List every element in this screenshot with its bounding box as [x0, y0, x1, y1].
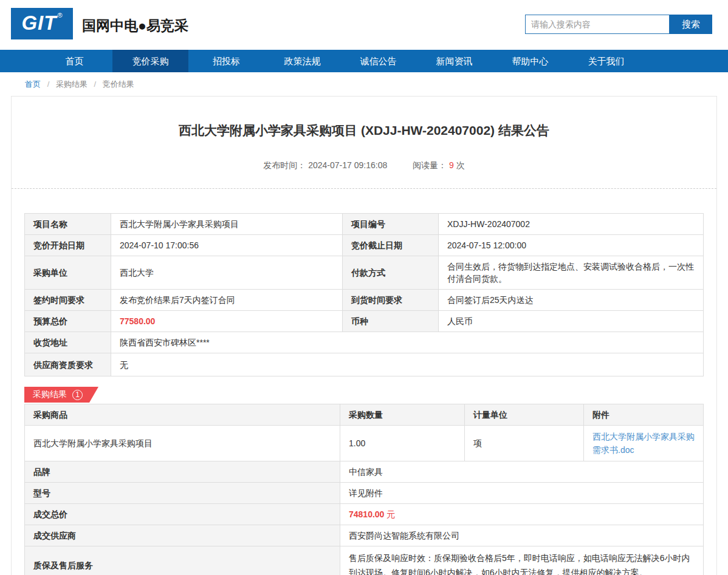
- project-number-value: XDJJ-HW-202407002: [439, 214, 704, 235]
- publish-time: 发布时间： 2024-07-17 09:16:08: [263, 160, 387, 171]
- delivery-time-value: 合同签订后25天内送达: [439, 290, 704, 311]
- page-title: 西北大学附属小学家具采购项目 (XDJJ-HW-202407002) 结果公告: [24, 122, 704, 139]
- project-number-label: 项目编号: [343, 214, 439, 235]
- view-count: 阅读量： 9 次: [413, 160, 465, 171]
- table-row: 品牌 中信家具: [25, 461, 704, 483]
- breadcrumb-separator: /: [47, 80, 50, 89]
- signing-time-label: 签约时间要求: [25, 290, 111, 311]
- table-row: 供应商资质要求 无: [25, 353, 704, 376]
- col-header-quantity: 采购数量: [340, 404, 465, 426]
- registered-trademark-icon: ®: [57, 12, 62, 19]
- table-row: 质保及售后服务 售后质保及响应时效：质保期验收合格后5年，即时电话响应，如电话响…: [25, 546, 704, 575]
- attachment-link[interactable]: 西北大学附属小学家具采购需求书.doc: [592, 432, 695, 455]
- delivery-address-value: 陕西省西安市碑林区****: [111, 332, 704, 353]
- deal-total-label: 成交总价: [25, 504, 340, 525]
- col-header-product: 采购商品: [25, 404, 340, 426]
- purchase-result-tag: 采购结果 1: [24, 387, 98, 403]
- nav-item-help-center[interactable]: 帮助中心: [492, 50, 568, 72]
- payment-method-label: 付款方式: [343, 256, 439, 290]
- table-row: 西北大学附属小学家具采购项目 1.00 项 西北大学附属小学家具采购需求书.do…: [25, 426, 704, 461]
- nav-item-tenders[interactable]: 招投标: [188, 50, 264, 72]
- table-row: 型号 详见附件: [25, 483, 704, 504]
- bid-start-value: 2024-07-10 17:00:56: [111, 235, 343, 256]
- table-row: 采购单位 西北大学 付款方式 合同生效后，待货物到达指定地点、安装调试验收合格后…: [25, 256, 704, 290]
- model-value: 详见附件: [340, 483, 704, 504]
- table-row: 收货地址 陕西省西安市碑林区****: [25, 332, 704, 353]
- view-count-value: 9: [449, 160, 454, 170]
- publish-time-label: 发布时间：: [263, 160, 306, 170]
- bid-deadline-value: 2024-07-15 12:00:00: [439, 235, 704, 256]
- attachment-cell: 西北大学附属小学家具采购需求书.doc: [584, 426, 704, 461]
- warranty-service-value: 售后质保及响应时效：质保期验收合格后5年，即时电话响应，如电话响应无法解决6小时…: [340, 546, 704, 575]
- currency-label: 币种: [343, 311, 439, 332]
- table-row: 项目名称 西北大学附属小学家具采购项目 项目编号 XDJJ-HW-2024070…: [25, 214, 704, 235]
- currency-value: 人民币: [439, 311, 704, 332]
- site-title: 国网中电●易竞采: [82, 16, 188, 35]
- table-row: 成交总价 74810.00 元: [25, 504, 704, 525]
- model-label: 型号: [25, 483, 340, 504]
- view-count-label: 阅读量：: [413, 160, 447, 170]
- purchase-result-table: 采购商品 采购数量 计量单位 附件 西北大学附属小学家具采购项目 1.00 项 …: [24, 404, 704, 575]
- table-row: 竞价开始日期 2024-07-10 17:00:56 竞价截止日期 2024-0…: [25, 235, 704, 256]
- table-row: 签约时间要求 发布竞价结果后7天内签订合同 到货时间要求 合同签订后25天内送达: [25, 290, 704, 311]
- main-nav: 首页 竞价采购 招投标 政策法规 诚信公告 新闻资讯 帮助中心 关于我们: [0, 50, 728, 72]
- col-header-attachment: 附件: [584, 404, 704, 426]
- payment-method-value: 合同生效后，待货物到达指定地点、安装调试验收合格后，一次性付清合同货款。: [439, 256, 704, 290]
- purchaser-label: 采购单位: [25, 256, 111, 290]
- result-count-badge: 1: [72, 390, 83, 400]
- breadcrumb-separator: /: [94, 80, 97, 89]
- breadcrumb-purchase-results[interactable]: 采购结果: [56, 80, 88, 89]
- publish-time-value: 2024-07-17 09:16:08: [308, 160, 387, 170]
- nav-item-integrity-notices[interactable]: 诚信公告: [340, 50, 416, 72]
- nav-item-news[interactable]: 新闻资讯: [416, 50, 492, 72]
- table-header-row: 采购商品 采购数量 计量单位 附件: [25, 404, 704, 426]
- project-name-label: 项目名称: [25, 214, 111, 235]
- supplier-qualification-label: 供应商资质要求: [25, 353, 111, 376]
- top-header: GIT ® 国网中电●易竞采 搜索: [0, 0, 728, 50]
- logo-text: GIT: [21, 8, 57, 38]
- purchaser-value: 西北大学: [111, 256, 343, 290]
- project-info-table: 项目名称 西北大学附属小学家具采购项目 项目编号 XDJJ-HW-2024070…: [24, 213, 704, 376]
- table-row: 成交供应商 西安爵尚达智能系统有限公司: [25, 525, 704, 546]
- notice-meta: 发布时间： 2024-07-17 09:16:08 阅读量： 9 次: [24, 160, 704, 171]
- dashed-divider: [12, 188, 716, 189]
- search-bar: 搜索: [525, 15, 712, 34]
- brand-label: 品牌: [25, 461, 340, 483]
- winning-supplier-value: 西安爵尚达智能系统有限公司: [340, 525, 704, 546]
- breadcrumb: 首页 / 采购结果 / 竞价结果: [25, 79, 728, 90]
- delivery-address-label: 收货地址: [25, 332, 111, 353]
- nav-item-policies[interactable]: 政策法规: [264, 50, 340, 72]
- site-logo[interactable]: GIT ®: [11, 8, 73, 39]
- bid-start-label: 竞价开始日期: [25, 235, 111, 256]
- project-name-value: 西北大学附属小学家具采购项目: [111, 214, 343, 235]
- deal-total-cell: 74810.00 元: [340, 504, 704, 525]
- table-row: 预算总价 77580.00 币种 人民币: [25, 311, 704, 332]
- product-unit: 项: [465, 426, 584, 461]
- nav-item-about-us[interactable]: 关于我们: [568, 50, 644, 72]
- budget-total-value: 77580.00: [111, 311, 343, 332]
- supplier-qualification-value: 无: [111, 353, 704, 376]
- view-count-unit: 次: [456, 160, 465, 170]
- notice-card: 西北大学附属小学家具采购项目 (XDJJ-HW-202407002) 结果公告 …: [11, 96, 717, 575]
- signing-time-value: 发布竞价结果后7天内签订合同: [111, 290, 343, 311]
- search-input[interactable]: [525, 15, 670, 34]
- warranty-service-label: 质保及售后服务: [25, 546, 340, 575]
- bid-deadline-label: 竞价截止日期: [343, 235, 439, 256]
- product-name: 西北大学附属小学家具采购项目: [25, 426, 340, 461]
- col-header-unit: 计量单位: [465, 404, 584, 426]
- winning-supplier-label: 成交供应商: [25, 525, 340, 546]
- nav-item-bidding-purchase[interactable]: 竞价采购: [112, 50, 188, 72]
- budget-total-label: 预算总价: [25, 311, 111, 332]
- breadcrumb-home[interactable]: 首页: [25, 80, 41, 89]
- brand-value: 中信家具: [340, 461, 704, 483]
- nav-item-home[interactable]: 首页: [36, 50, 112, 72]
- product-quantity: 1.00: [340, 426, 465, 461]
- search-button[interactable]: 搜索: [670, 15, 712, 34]
- breadcrumb-bidding-results: 竞价结果: [103, 80, 134, 89]
- deal-total-value: 74810.00: [349, 509, 384, 519]
- delivery-time-label: 到货时间要求: [343, 290, 439, 311]
- purchase-result-tag-label: 采购结果: [33, 389, 67, 400]
- deal-total-unit: 元: [386, 509, 395, 519]
